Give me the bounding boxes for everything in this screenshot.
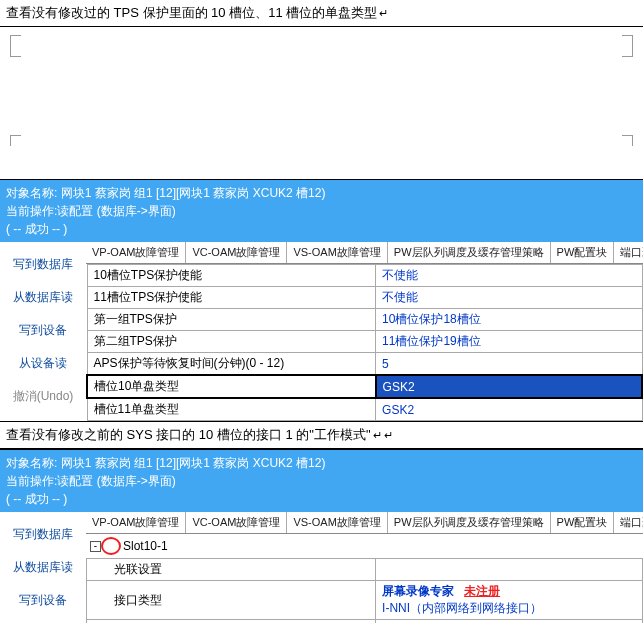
return-icon: ↵ [373, 429, 382, 441]
table-row[interactable]: 第一组TPS保护10槽位保护18槽位 [87, 309, 642, 331]
write-device-button[interactable]: 写到设备 [0, 584, 86, 617]
read-db-button[interactable]: 从数据库读 [0, 281, 86, 314]
prop-key: 第一组TPS保护 [87, 309, 376, 331]
table-row[interactable]: 光联设置 [87, 559, 643, 581]
prop-value[interactable] [376, 559, 643, 581]
caption-1: 查看没有修改过的 TPS 保护里面的 10 槽位、11 槽位的单盘类型↵ [0, 0, 643, 27]
prop-key: 槽位11单盘类型 [87, 398, 376, 421]
write-db-button[interactable]: 写到数据库 [0, 518, 86, 551]
table-row[interactable]: 10槽位TPS保护使能不使能 [87, 265, 642, 287]
caption-2: 查看没有修改之前的 SYS 接口的 10 槽位的接口 1 的"工作模式"↵↵ [0, 421, 643, 449]
table-row[interactable]: 端口使能开 [87, 620, 643, 624]
tab-2[interactable]: VS-OAM故障管理 [287, 512, 387, 533]
tab-4[interactable]: PW配置块 [551, 512, 615, 533]
prop-key: 第二组TPS保护 [87, 331, 376, 353]
prop-key: 端口使能 [87, 620, 376, 624]
property-grid[interactable]: 10槽位TPS保护使能不使能11槽位TPS保护使能不使能第一组TPS保护10槽位… [86, 264, 643, 421]
prop-value[interactable]: 5 [376, 353, 642, 376]
current-op-line: 当前操作:读配置 (数据库->界面) [6, 472, 637, 490]
prop-value[interactable]: 不使能 [376, 287, 642, 309]
status-line: ( -- 成功 -- ) [6, 490, 637, 508]
status-line: ( -- 成功 -- ) [6, 220, 637, 238]
object-name-line: 对象名称: 网块1 蔡家岗 组1 [12][网块1 蔡家岗 XCUK2 槽12) [6, 454, 637, 472]
caption-1-text: 查看没有修改过的 TPS 保护里面的 10 槽位、11 槽位的单盘类型 [6, 5, 377, 20]
property-grid[interactable]: 光联设置接口类型屏幕录像专家 未注册I-NNI（内部网络到网络接口）端口使能开工… [86, 558, 643, 623]
prop-key: APS保护等待恢复时间(分钟)(0 - 12) [87, 353, 376, 376]
prop-value[interactable]: 10槽位保护18槽位 [376, 309, 642, 331]
tree-root[interactable]: - Slot10-1 [86, 534, 643, 558]
tree-root-label: Slot10-1 [123, 539, 168, 553]
action-sidebar: 写到数据库 从数据库读 写到设备 从设备读 撤消(Undo) [0, 512, 86, 623]
image-placeholder-1 [0, 27, 643, 99]
table-row[interactable]: 槽位11单盘类型GSK2 [87, 398, 642, 421]
return-icon: ↵ [384, 429, 393, 441]
prop-value[interactable]: 屏幕录像专家 未注册I-NNI（内部网络到网络接口） [376, 581, 643, 620]
config-panel-sys: 对象名称: 网块1 蔡家岗 组1 [12][网块1 蔡家岗 XCUK2 槽12)… [0, 449, 643, 623]
tab-0[interactable]: VP-OAM故障管理 [86, 242, 186, 263]
table-row[interactable]: 11槽位TPS保护使能不使能 [87, 287, 642, 309]
tab-3[interactable]: PW层队列调度及缓存管理策略 [388, 242, 551, 263]
prop-value[interactable]: 不使能 [376, 265, 642, 287]
table-row[interactable]: 第二组TPS保护11槽位保护19槽位 [87, 331, 642, 353]
image-placeholder-2 [0, 99, 643, 179]
tab-5[interactable]: 端口聚合 [614, 512, 643, 533]
panel-header: 对象名称: 网块1 蔡家岗 组1 [12][网块1 蔡家岗 XCUK2 槽12)… [0, 450, 643, 512]
prop-value[interactable]: GSK2 [376, 375, 642, 398]
table-row[interactable]: 槽位10单盘类型GSK2 [87, 375, 642, 398]
tab-5[interactable]: 端口聚合 [614, 242, 643, 263]
tab-1[interactable]: VC-OAM故障管理 [186, 512, 287, 533]
panel-header: 对象名称: 网块1 蔡家岗 组1 [12][网块1 蔡家岗 XCUK2 槽12)… [0, 180, 643, 242]
object-name-line: 对象名称: 网块1 蔡家岗 组1 [12][网块1 蔡家岗 XCUK2 槽12) [6, 184, 637, 202]
return-icon: ↵ [379, 7, 388, 19]
read-device-button[interactable]: 从设备读 [0, 347, 86, 380]
prop-key: 光联设置 [87, 559, 376, 581]
prop-key: 接口类型 [87, 581, 376, 620]
caption-2-text: 查看没有修改之前的 SYS 接口的 10 槽位的接口 1 的"工作模式" [6, 427, 371, 442]
tab-3[interactable]: PW层队列调度及缓存管理策略 [388, 512, 551, 533]
read-device-button[interactable]: 从设备读 [0, 617, 86, 623]
tab-4[interactable]: PW配置块 [551, 242, 615, 263]
tab-bar: VP-OAM故障管理VC-OAM故障管理VS-OAM故障管理PW层队列调度及缓存… [86, 242, 643, 264]
tab-2[interactable]: VS-OAM故障管理 [287, 242, 387, 263]
write-db-button[interactable]: 写到数据库 [0, 248, 86, 281]
prop-key: 10槽位TPS保护使能 [87, 265, 376, 287]
tab-0[interactable]: VP-OAM故障管理 [86, 512, 186, 533]
write-device-button[interactable]: 写到设备 [0, 314, 86, 347]
current-op-line: 当前操作:读配置 (数据库->界面) [6, 202, 637, 220]
prop-value[interactable]: GSK2 [376, 398, 642, 421]
prop-key: 11槽位TPS保护使能 [87, 287, 376, 309]
collapse-icon[interactable]: - [90, 541, 101, 552]
action-sidebar: 写到数据库 从数据库读 写到设备 从设备读 撤消(Undo) [0, 242, 86, 421]
undo-button[interactable]: 撤消(Undo) [0, 380, 86, 413]
table-row[interactable]: 接口类型屏幕录像专家 未注册I-NNI（内部网络到网络接口） [87, 581, 643, 620]
config-panel-tps: 对象名称: 网块1 蔡家岗 组1 [12][网块1 蔡家岗 XCUK2 槽12)… [0, 179, 643, 421]
table-row[interactable]: APS保护等待恢复时间(分钟)(0 - 12)5 [87, 353, 642, 376]
prop-key: 槽位10单盘类型 [87, 375, 376, 398]
tab-1[interactable]: VC-OAM故障管理 [186, 242, 287, 263]
prop-value[interactable]: 11槽位保护19槽位 [376, 331, 642, 353]
tab-bar: VP-OAM故障管理VC-OAM故障管理VS-OAM故障管理PW层队列调度及缓存… [86, 512, 643, 534]
watermark-annotation: 屏幕录像专家 未注册 [382, 583, 636, 600]
highlight-circle-icon [101, 537, 121, 555]
read-db-button[interactable]: 从数据库读 [0, 551, 86, 584]
prop-value[interactable]: 开 [376, 620, 643, 624]
